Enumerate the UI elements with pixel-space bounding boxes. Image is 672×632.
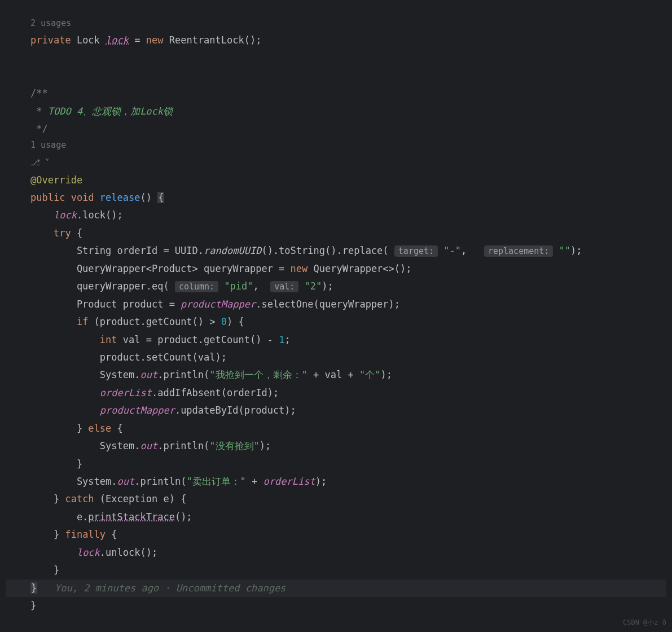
comment-line: /** [6,85,666,102]
code-line[interactable]: lock.lock(); [6,207,666,224]
code-line[interactable]: } [6,455,666,473]
git-blame-annotation[interactable]: You, 2 minutes ago · Uncommitted changes [37,582,286,594]
param-hint: replacement: [484,245,553,257]
usage-hint[interactable]: 1 usage [6,138,666,153]
param-hint: target: [394,245,438,257]
todo-comment: * TODO 4、悲观锁，加Lock锁 [6,103,666,120]
code-line[interactable]: } catch (Exception e) { [6,490,666,508]
code-line[interactable]: Product product = productMapper.selectOn… [6,296,666,313]
usage-hint[interactable]: 2 usages [6,16,666,32]
annotation: @Override [6,172,666,189]
param-hint: column: [175,281,218,292]
code-line[interactable]: public void release() { [6,189,666,207]
code-line[interactable]: orderList.addIfAbsent(orderId); [6,384,666,402]
code-line[interactable]: queryWrapper.eq( column: "pid", val: "2"… [6,278,666,295]
code-line[interactable]: e.printStackTrace(); [6,508,666,526]
code-line[interactable]: } [6,597,666,615]
code-line[interactable]: } finally { [6,526,666,543]
watermark: CSDN @小z ð [623,616,666,629]
code-editor[interactable]: 2 usages private Lock lock = new Reentra… [0,0,672,632]
code-line[interactable]: product.setCount(val); [6,349,666,366]
code-line[interactable]: } else { [6,420,666,437]
code-line[interactable]: System.out.println("没有抢到"); [6,437,666,455]
code-line[interactable]: String orderId = UUID.randomUUID().toStr… [6,242,666,260]
caret-line[interactable]: } You, 2 minutes ago · Uncommitted chang… [6,580,666,597]
code-line[interactable]: int val = product.getCount() - 1; [6,331,666,349]
code-line[interactable]: System.out.println("我抢到一个，剩余：" + val + "… [6,366,666,384]
code-line[interactable]: if (product.getCount() > 0) { [6,313,666,331]
comment-line: */ [6,120,666,138]
code-line[interactable]: try { [6,225,666,242]
code-line[interactable]: QueryWrapper<Product> queryWrapper = new… [6,260,666,278]
code-line[interactable]: lock.unlock(); [6,544,666,561]
gutter-override-icon[interactable]: ⎇ ˅ [30,155,50,171]
param-hint: val: [270,281,298,292]
code-line[interactable]: productMapper.updateById(product); [6,402,666,419]
code-line[interactable]: private Lock lock = new ReentrantLock(); [6,32,666,49]
code-line[interactable]: } [6,561,666,579]
code-line[interactable]: System.out.println("卖出订单：" + orderList); [6,473,666,490]
